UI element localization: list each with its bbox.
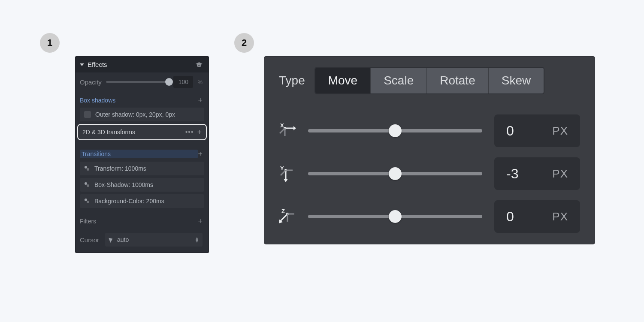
transforms-section[interactable]: 2D & 3D transforms ••• + <box>77 124 207 140</box>
step-badge-2: 2 <box>234 33 254 53</box>
svg-point-4 <box>85 199 87 201</box>
transition-item[interactable]: Transform: 1000ms <box>80 162 204 175</box>
cursor-select[interactable]: auto ▴▾ <box>105 233 203 247</box>
opacity-unit: % <box>197 79 203 85</box>
opacity-slider[interactable] <box>106 81 169 83</box>
step-badge-1: 1 <box>40 33 60 53</box>
axis-y-slider[interactable] <box>308 172 482 175</box>
seg-rotate[interactable]: Rotate <box>427 68 489 93</box>
layers-icon <box>84 198 90 204</box>
box-shadow-item[interactable]: Outer shadow: 0px, 20px, 0px <box>80 108 204 121</box>
axis-z-value-box[interactable]: 0 PX <box>494 200 580 233</box>
transitions-title[interactable]: Transitions <box>80 150 198 158</box>
axis-z-unit: PX <box>552 210 568 223</box>
box-shadows-section-head: Box shadows + <box>76 91 209 108</box>
svg-point-0 <box>85 166 87 169</box>
axis-y-row: Y -3 PX <box>264 147 595 190</box>
svg-point-2 <box>85 182 87 185</box>
filters-title[interactable]: Filters <box>80 218 198 225</box>
opacity-row: Opacity 100 % <box>76 72 209 91</box>
axis-y-icon: Y <box>279 165 296 182</box>
add-filter-button[interactable]: + <box>198 217 203 225</box>
layers-icon <box>84 166 90 172</box>
transition-item-label: Background-Color: 200ms <box>94 198 164 205</box>
pointer-icon <box>109 237 114 243</box>
add-box-shadow-button[interactable]: + <box>198 96 203 104</box>
axis-x-value-box[interactable]: 0 PX <box>494 114 580 147</box>
svg-marker-9 <box>293 126 296 130</box>
filters-section-head: Filters + <box>76 211 209 229</box>
collapse-triangle-icon[interactable] <box>80 63 84 66</box>
transition-item-label: Box-Shadow: 1000ms <box>94 181 153 188</box>
select-chevrons-icon: ▴▾ <box>196 237 198 243</box>
transforms-more-button[interactable]: ••• <box>185 128 194 136</box>
effects-panel: Effects Opacity 100 % Box shadows + Oute… <box>76 57 209 253</box>
svg-line-20 <box>281 214 287 221</box>
axis-x-value: 0 <box>506 123 552 139</box>
seg-move[interactable]: Move <box>315 68 371 93</box>
cursor-label: Cursor <box>80 236 99 244</box>
opacity-slider-thumb[interactable] <box>165 78 173 86</box>
svg-text:X: X <box>280 122 284 129</box>
axis-x-row: X 0 PX <box>264 104 595 147</box>
box-shadows-title[interactable]: Box shadows <box>80 97 198 104</box>
axis-z-row: Z 0 PX <box>264 190 595 233</box>
axis-y-value: -3 <box>506 166 552 182</box>
axis-x-thumb[interactable] <box>389 124 402 137</box>
axis-z-icon: Z <box>279 208 296 225</box>
opacity-value[interactable]: 100 <box>173 76 193 88</box>
seg-scale[interactable]: Scale <box>371 68 427 93</box>
effects-title: Effects <box>88 61 192 68</box>
svg-point-1 <box>87 168 89 171</box>
axis-y-value-box[interactable]: -3 PX <box>494 157 580 190</box>
opacity-label: Opacity <box>80 78 102 86</box>
axis-y-unit: PX <box>552 167 568 181</box>
add-transform-button[interactable]: + <box>197 128 202 136</box>
axis-x-unit: PX <box>552 124 568 138</box>
axis-x-slider[interactable] <box>308 129 482 132</box>
transitions-section-head: Transitions + <box>76 144 209 162</box>
cursor-value: auto <box>117 236 129 243</box>
svg-text:Z: Z <box>281 208 285 214</box>
svg-line-10 <box>280 128 285 133</box>
svg-point-3 <box>87 184 89 187</box>
seg-skew[interactable]: Skew <box>489 68 544 93</box>
transition-item[interactable]: Box-Shadow: 1000ms <box>80 178 204 192</box>
svg-marker-15 <box>284 179 288 182</box>
shadow-color-swatch[interactable] <box>84 111 91 118</box>
axis-y-thumb[interactable] <box>389 167 402 180</box>
axis-z-thumb[interactable] <box>389 210 402 223</box>
axis-z-value: 0 <box>506 209 552 225</box>
transform-panel: Type Move Scale Rotate Skew X 0 PX Y <box>264 57 595 244</box>
cursor-row: Cursor auto ▴▾ <box>76 229 209 253</box>
svg-text:Y: Y <box>280 165 284 172</box>
type-label: Type <box>279 74 305 87</box>
transforms-title: 2D & 3D transforms <box>82 129 185 135</box>
transform-type-segmented: Move Scale Rotate Skew <box>314 67 544 94</box>
add-transition-button[interactable]: + <box>198 150 203 158</box>
transition-item[interactable]: Background-Color: 200ms <box>80 194 204 208</box>
axis-x-icon: X <box>279 122 296 139</box>
box-shadow-item-label: Outer shadow: 0px, 20px, 0px <box>95 111 175 118</box>
layers-icon <box>84 182 90 188</box>
graduation-cap-icon[interactable] <box>196 62 203 67</box>
effects-panel-header[interactable]: Effects <box>76 57 209 72</box>
transition-item-label: Transform: 1000ms <box>94 165 146 172</box>
axis-z-slider[interactable] <box>308 215 482 218</box>
svg-point-5 <box>87 201 89 203</box>
transform-type-row: Type Move Scale Rotate Skew <box>264 57 595 104</box>
